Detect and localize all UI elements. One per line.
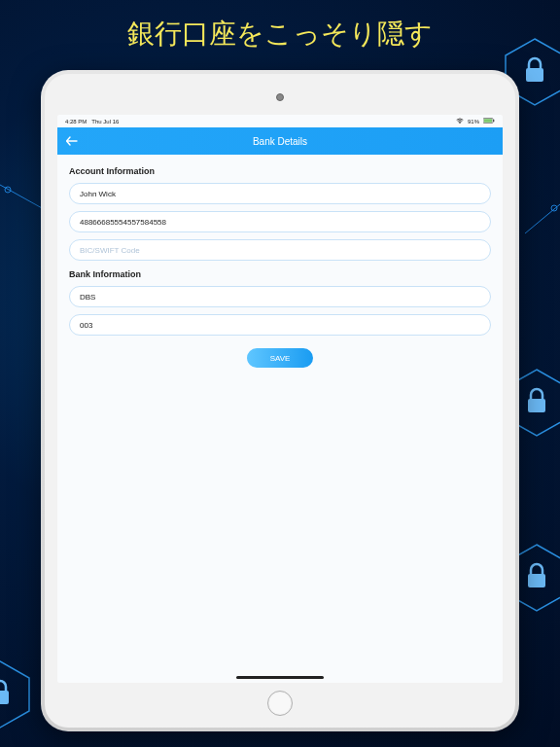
svg-rect-7	[528, 399, 545, 412]
back-button[interactable]	[65, 134, 79, 148]
svg-rect-5	[526, 68, 543, 82]
svg-point-12	[459, 122, 460, 123]
home-indicator[interactable]	[236, 676, 324, 679]
app-screen: 4:28 PM Thu Jul 16 91% Bank Deta	[57, 115, 503, 683]
bank-name-field[interactable]: DBS	[69, 286, 491, 307]
svg-rect-14	[484, 119, 492, 123]
svg-point-3	[551, 205, 557, 211]
svg-line-2	[525, 204, 560, 233]
account-number-field[interactable]: 488666855545575845​58	[69, 211, 491, 232]
wifi-icon	[456, 118, 464, 124]
headline: 銀行口座をこっそり隠す	[127, 16, 433, 53]
svg-marker-10	[0, 661, 29, 728]
svg-rect-15	[493, 120, 494, 122]
account-info-title: Account Information	[69, 166, 491, 176]
bank-info-title: Bank Information	[69, 269, 491, 279]
home-button[interactable]	[267, 691, 293, 716]
save-button[interactable]: SAVE	[247, 348, 313, 368]
bank-code-field[interactable]: 003	[69, 314, 491, 336]
bic-swift-field[interactable]: BIC/SWIFT Code	[69, 239, 491, 261]
ipad-device-frame: 4:28 PM Thu Jul 16 91% Bank Deta	[41, 70, 519, 731]
form-content: Account Information John Wick 4886668555…	[57, 155, 503, 683]
status-date: Thu Jul 16	[91, 119, 119, 124]
status-time: 4:28 PM	[65, 119, 87, 124]
battery-percent: 91%	[468, 119, 479, 124]
camera-icon	[276, 93, 284, 101]
status-bar: 4:28 PM Thu Jul 16 91%	[57, 115, 503, 127]
name-field[interactable]: John Wick	[69, 183, 491, 204]
battery-icon	[483, 118, 495, 124]
navbar-title: Bank Details	[253, 136, 307, 147]
svg-point-1	[5, 187, 11, 193]
svg-rect-11	[0, 691, 9, 704]
svg-rect-9	[528, 574, 545, 587]
navbar: Bank Details	[57, 127, 503, 155]
